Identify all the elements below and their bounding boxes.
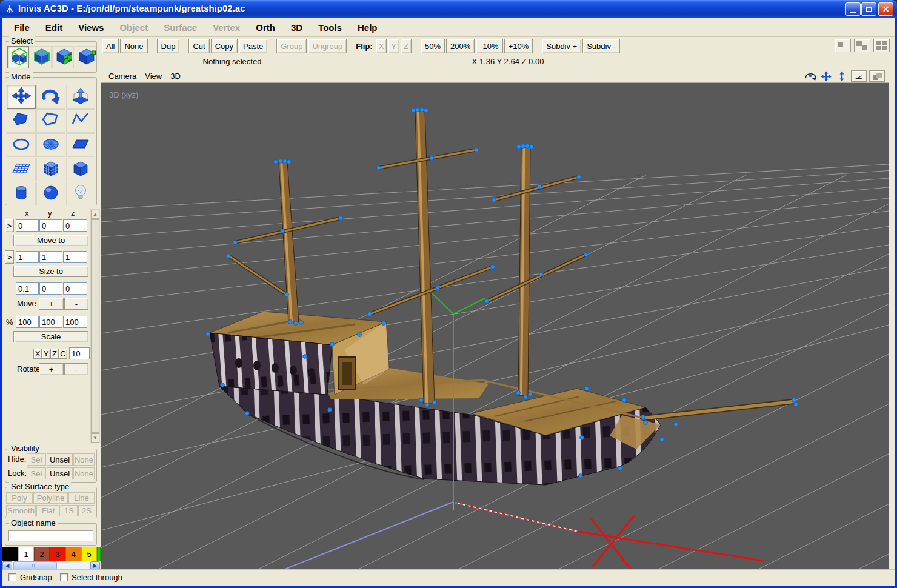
toolbar-200-button[interactable]: 200%: [446, 39, 475, 53]
toolbar-y-button[interactable]: Y: [388, 39, 399, 53]
scroll-right-icon[interactable]: ▶: [90, 561, 100, 570]
scroll-up-icon[interactable]: ▲: [91, 210, 99, 219]
lock-none-button[interactable]: None: [73, 467, 95, 479]
rotate-plus-button[interactable]: +: [39, 363, 64, 375]
layout-quad-button[interactable]: [873, 39, 890, 52]
toolbar-all-button[interactable]: All: [102, 39, 119, 53]
sidebar-scrollbar[interactable]: ▲ ▼: [90, 209, 100, 443]
zoom-vertical-icon[interactable]: [835, 70, 849, 82]
toolbar-10-button[interactable]: +10%: [504, 39, 533, 53]
menu-tools[interactable]: Tools: [310, 22, 350, 33]
scale-y-input[interactable]: [39, 316, 62, 328]
mode-closed-polyline-button[interactable]: [36, 109, 65, 133]
toolbar-cut-button[interactable]: Cut: [188, 39, 209, 53]
move-step-y-input[interactable]: [39, 282, 62, 295]
select-group-button[interactable]: [7, 46, 29, 68]
toolbar-paste-button[interactable]: Paste: [239, 39, 267, 53]
palette-swatch-0[interactable]: [2, 547, 18, 561]
menu-orth[interactable]: Orth: [248, 22, 283, 33]
toolbar-ungroup-button[interactable]: Ungroup: [308, 39, 347, 53]
surface-1s-button[interactable]: 1S: [61, 505, 78, 516]
toolbar-subdiv-button[interactable]: Subdiv -: [582, 39, 620, 53]
object-name-input[interactable]: [8, 530, 93, 541]
toolbar-10-button[interactable]: -10%: [476, 39, 502, 53]
move-to-y-input[interactable]: [39, 219, 62, 232]
rotate-axis-c-button[interactable]: C: [59, 349, 67, 359]
menu-3d[interactable]: 3D: [283, 22, 310, 33]
surface-2s-button[interactable]: 2S: [78, 505, 95, 516]
move-step-z-input[interactable]: [63, 282, 87, 295]
hide-sel-button[interactable]: Sel: [27, 453, 46, 466]
select-object-button[interactable]: [30, 46, 52, 68]
menu-help[interactable]: Help: [350, 22, 385, 33]
toolbar-50-button[interactable]: 50%: [421, 39, 445, 53]
move-minus-button[interactable]: -: [64, 298, 88, 310]
surface-poly-button[interactable]: Poly: [6, 492, 33, 504]
mode-rotate-button[interactable]: [36, 85, 65, 109]
toolbar-copy-button[interactable]: Copy: [211, 39, 238, 53]
palette-swatch-5[interactable]: 5: [81, 547, 97, 561]
palette-swatch-3[interactable]: 3: [50, 547, 65, 561]
size-to-y-input[interactable]: [39, 251, 62, 263]
scroll-left-icon[interactable]: ◀: [2, 561, 12, 570]
menu-views[interactable]: Views: [70, 22, 112, 33]
mode-polyline-button[interactable]: [66, 109, 95, 133]
mode-grid-button[interactable]: [7, 158, 36, 181]
move-step-x-input[interactable]: [16, 282, 39, 295]
scale-button[interactable]: Scale: [13, 331, 88, 342]
mode-extrude-button[interactable]: [66, 85, 95, 109]
viewport-menu-view[interactable]: View: [141, 72, 166, 81]
toolbar-none-button[interactable]: None: [120, 39, 147, 53]
menu-file[interactable]: File: [6, 22, 38, 33]
pan-icon[interactable]: [819, 70, 833, 82]
viewport-3d[interactable]: 3D (xyz): [101, 83, 889, 569]
select-through-checkbox[interactable]: [60, 573, 68, 581]
move-to-grab-button[interactable]: >: [5, 219, 14, 232]
move-to-button[interactable]: Move to: [13, 235, 88, 246]
size-to-grab-button[interactable]: >: [5, 250, 14, 264]
scroll-down-icon[interactable]: ▼: [91, 433, 99, 443]
menu-edit[interactable]: Edit: [38, 22, 70, 33]
layout-single-button[interactable]: [835, 39, 851, 52]
move-to-x-input[interactable]: [16, 219, 39, 232]
surface-line-button[interactable]: Line: [68, 492, 95, 504]
move-plus-button[interactable]: +: [39, 298, 64, 310]
viewport-menu-3d[interactable]: 3D: [166, 72, 185, 81]
toolbar-z-button[interactable]: Z: [401, 39, 412, 53]
viewport-menu-camera[interactable]: Camera: [104, 72, 141, 81]
layout-dual-button[interactable]: [854, 39, 870, 52]
move-to-z-input[interactable]: [63, 219, 87, 232]
size-to-x-input[interactable]: [16, 251, 39, 263]
select-surface-button[interactable]: [52, 46, 74, 68]
palette-scrollbar-thumb[interactable]: [13, 561, 57, 570]
size-to-button[interactable]: Size to: [13, 266, 88, 277]
rotate-minus-button[interactable]: -: [64, 363, 88, 375]
size-to-z-input[interactable]: [63, 251, 87, 263]
mode-ellipse-button[interactable]: [7, 133, 36, 157]
lock-sel-button[interactable]: Sel: [27, 467, 46, 479]
rotate-axis-z-button[interactable]: Z: [50, 349, 59, 359]
surface-polyline-button[interactable]: Polyline: [33, 492, 68, 504]
mode-cylinder-button[interactable]: [7, 182, 36, 205]
toolbar-subdiv-button[interactable]: Subdiv +: [542, 39, 581, 53]
mode-subdivided-cube-button[interactable]: [36, 158, 65, 181]
surface-flat-button[interactable]: Flat: [36, 505, 60, 516]
rotate-angle-input[interactable]: [69, 347, 90, 359]
surface-smooth-button[interactable]: Smooth: [6, 505, 36, 516]
close-button[interactable]: ✕: [878, 2, 893, 16]
gridsnap-checkbox[interactable]: [8, 573, 16, 581]
select-vertex-button[interactable]: [75, 46, 96, 68]
palette-swatch-1[interactable]: 1: [18, 547, 34, 561]
mode-light-button[interactable]: [66, 182, 95, 205]
maximize-button[interactable]: [861, 2, 876, 16]
toolbar-group-button[interactable]: Group: [276, 39, 307, 53]
mode-rectangle-button[interactable]: [66, 133, 95, 157]
scale-z-input[interactable]: [63, 316, 87, 328]
scrollbar-thumb[interactable]: [91, 219, 99, 433]
orbit-icon[interactable]: [804, 70, 817, 82]
mode-disk-button[interactable]: [36, 133, 65, 157]
mode-move-button[interactable]: [7, 85, 36, 109]
lock-unsel-button[interactable]: Unsel: [47, 467, 73, 479]
maximize-pane-icon[interactable]: [869, 70, 885, 82]
hide-unsel-button[interactable]: Unsel: [47, 453, 73, 466]
